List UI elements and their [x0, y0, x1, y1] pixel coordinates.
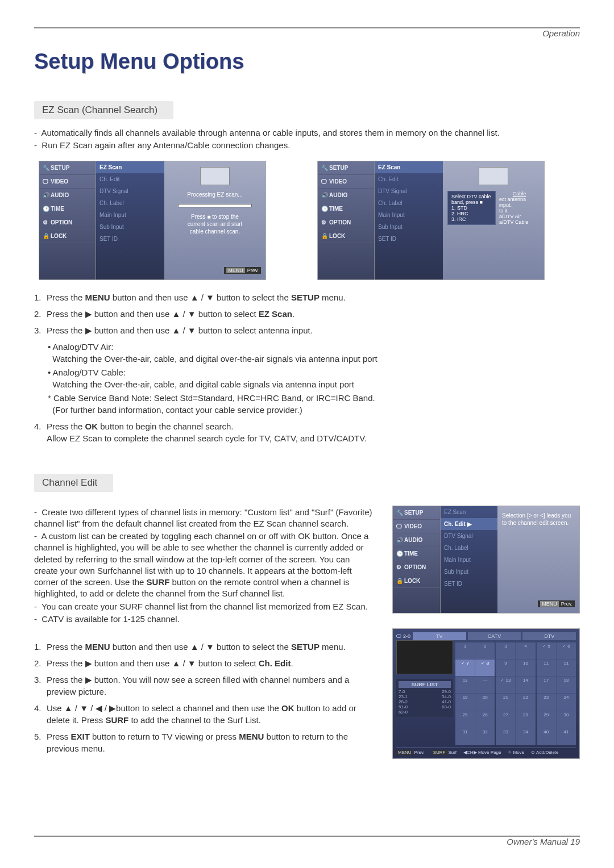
sidebar-setup: 🔧SETUP	[39, 161, 96, 175]
t: SETUP	[291, 642, 320, 652]
t: button to return to TV viewing or press	[90, 732, 239, 741]
sidebar-option: ⚙OPTION	[318, 216, 374, 229]
sb-cable: • Analog/DTV Cable: Watching the Over-th…	[48, 366, 580, 390]
sidebar-label: LOCK	[51, 233, 67, 239]
sidebar-label: AUDIO	[51, 192, 69, 198]
center-chedit: Ch. Edit	[375, 173, 443, 185]
cstep-2: Press the ▶ button and then use ▲ / ▼ bu…	[34, 657, 375, 669]
cstep-5: Press EXIT button to return to TV viewin…	[34, 731, 375, 754]
t: MENU	[239, 732, 264, 741]
t: Use ▲ / ▼ / ◀ / ▶button to select a chan…	[47, 703, 281, 713]
sidebar-label: OPTION	[404, 564, 426, 570]
t: Surf	[448, 750, 457, 755]
setup-sidebar: 🔧SETUP 🖵VIDEO 🔊AUDIO 🕒TIME ⚙OPTION 🔒LOCK	[393, 506, 441, 613]
monitor-icon: 🖵	[321, 178, 327, 184]
sidebar-label: VIDEO	[51, 178, 68, 185]
grid-right: 12✓ 7✓ 813—192025263132 34910✓ 131421222…	[455, 640, 576, 745]
sidebar-option: ⚙OPTION	[39, 216, 96, 229]
t: Press the	[47, 293, 85, 302]
cable-opt: a/DTV Cable	[499, 219, 540, 225]
t: 62-0	[399, 710, 408, 715]
surf-title: SURF LIST	[399, 681, 451, 688]
t: Press the ▶ button and then use ▲ / ▼ bu…	[47, 309, 259, 319]
sb-air: • Analog/DTV Air: Watching the Over-the-…	[48, 341, 580, 365]
t: SURF	[105, 715, 128, 725]
sidebar-audio: 🔊AUDIO	[318, 189, 374, 202]
header-operation: Operation	[34, 27, 580, 38]
cable-row: 1. STD	[451, 205, 492, 211]
ezscan-intro1-text: Automatically finds all channels availab…	[42, 128, 500, 137]
lock-icon: 🔒	[321, 233, 327, 239]
t: • Analog/DTV Cable:	[48, 368, 126, 377]
center-dtvsignal: DTV Signal	[96, 185, 164, 197]
center-maininput: Main Input	[441, 554, 497, 566]
lock-icon: 🔒	[43, 233, 48, 239]
processing-text: Processing EZ scan...	[187, 191, 242, 198]
step-1: Press the MENU button and then use ▲ / ▼…	[34, 291, 580, 303]
speaker-icon: 🔊	[396, 537, 402, 542]
setup-right-cable: Select DTV cable band, press ■ 1. STD 2.…	[443, 161, 544, 279]
t: cable channel scan.	[190, 228, 240, 235]
t: Ch. Edit	[444, 521, 466, 527]
sidebar-label: SETUP	[329, 165, 348, 171]
surf-row: 28-241-0	[399, 699, 451, 704]
prev-text: Prev.	[247, 268, 259, 273]
speaker-icon: 🔊	[43, 192, 48, 198]
t: 2-0	[403, 633, 410, 639]
center-setid: SET ID	[441, 578, 497, 590]
t: .	[291, 658, 293, 668]
t: CATV is available for 1-125 channel.	[42, 614, 179, 624]
ezscan-intro2-text: Run EZ Scan again after any Antenna/Cabl…	[42, 140, 290, 150]
t: Move	[513, 750, 525, 755]
t: (For further band information, contact y…	[52, 405, 302, 415]
t: • Analog/DTV Air:	[48, 342, 113, 352]
surf-row: 7-029-0	[399, 689, 451, 694]
sidebar-lock: 🔒LOCK	[39, 229, 96, 243]
t: Press the	[47, 642, 85, 652]
wrench-icon: 🔧	[321, 165, 327, 170]
gear-icon: ⚙	[43, 219, 48, 225]
sidebar-time: 🕒TIME	[39, 202, 96, 216]
speaker-icon: 🔊	[321, 192, 327, 198]
sidebar-label: AUDIO	[404, 537, 422, 543]
setup-screen-chedit: 🔧SETUP 🖵VIDEO 🔊AUDIO 🕒TIME ⚙OPTION 🔒LOCK…	[392, 506, 580, 614]
chedit-p2: - A custom list can be created by toggli…	[34, 531, 375, 600]
grid-col: 12✓ 7✓ 813—192025263132	[455, 642, 495, 745]
monitor-icon: 🖵	[396, 633, 401, 639]
tab-catv: CATV	[468, 632, 521, 640]
lock-icon: 🔒	[396, 578, 402, 583]
sidebar-option: ⚙OPTION	[393, 561, 440, 574]
cable-row: 3. IRC	[451, 216, 492, 222]
prev-text: Prev.	[561, 601, 572, 607]
prev-label: MENUPrev.	[538, 600, 575, 607]
t: MENU	[85, 642, 110, 652]
center-dtvsignal: DTV Signal	[375, 185, 443, 197]
grid-left: SURF LIST 7-029-0 23-134-0 28-241-0 51-0…	[396, 640, 453, 745]
setup-right-processing: Processing EZ scan... Press ■ to stop th…	[164, 161, 265, 279]
t: EXIT	[71, 732, 90, 741]
sidebar-audio: 🔊AUDIO	[39, 189, 96, 202]
foot-prev: MENUPrev.	[396, 750, 425, 755]
center-chlabel: Ch. Label	[375, 197, 443, 209]
ezscan-intro2: - Run EZ Scan again after any Antenna/Ca…	[34, 140, 580, 151]
grid-col: ✓ 5✓ 611111718232429304041	[537, 642, 576, 745]
center-chlabel: Ch. Label	[441, 542, 497, 554]
sidebar-label: LOCK	[404, 578, 420, 584]
chedit-text: - Create two different types of channel …	[34, 506, 375, 760]
grid-col: 34910✓ 1314212227283334	[496, 642, 535, 745]
t: 28-2	[399, 699, 408, 704]
progress-bar	[178, 204, 252, 207]
sidebar-video: 🖵VIDEO	[318, 175, 374, 189]
t: to add the channel to the Surf List.	[128, 715, 261, 725]
t: 34-0	[442, 694, 451, 699]
t: SETUP	[291, 293, 320, 302]
t: menu.	[320, 293, 346, 302]
sidebar-label: TIME	[329, 206, 343, 212]
t: Add/Delete	[536, 750, 559, 755]
t: 29-0	[442, 689, 451, 694]
sidebar-label: TIME	[51, 206, 64, 212]
chedit-tip: Selection [> or <] leads you to the chan…	[502, 512, 571, 527]
t: Ch. Edit	[259, 658, 291, 668]
cable-side-text: ect antenna input.	[499, 197, 540, 208]
t: Press the	[47, 422, 85, 431]
